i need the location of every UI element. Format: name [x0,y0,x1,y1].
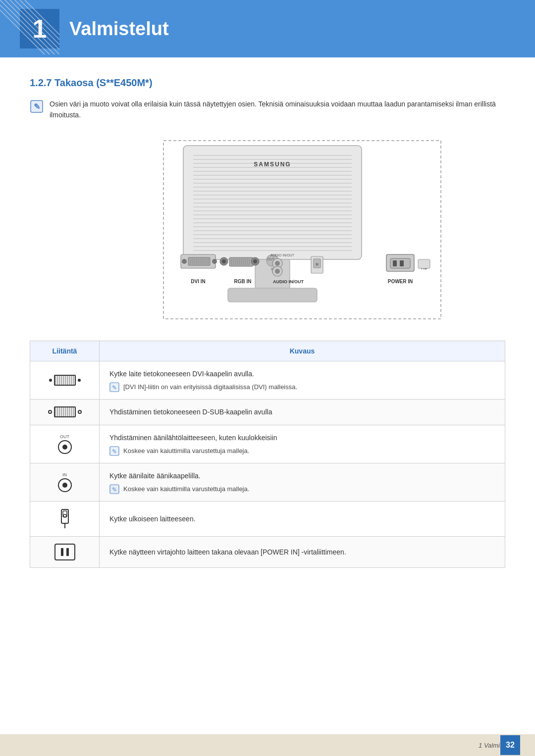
svg-text:DVI IN: DVI IN [191,279,205,284]
svg-text:✎: ✎ [112,486,117,493]
note-inline-text-audio-out: Koskee vain kaiuttimilla varustettuja ma… [123,446,249,456]
icon-cell-audio-out: OUT [30,425,100,463]
power-connector-icon [40,544,89,560]
svg-point-80 [316,263,319,266]
section-heading: 1.2.7 Takaosa (S**E450M*) [30,77,505,89]
icon-cell-dvi [30,361,100,399]
desc-cell-power: Kytke näytteen virtajohto laitteen takan… [100,537,505,568]
chapter-banner: 1 Valmistelut [0,0,535,57]
svg-text:✎: ✎ [112,384,117,391]
desc-cell-audio-out: Yhdistäminen äänilähtölaitteeseen, kuten… [100,425,505,463]
desc-cell-usb: Kytke ulkoiseen laitteeseen. [100,502,505,537]
note-inline-icon-audio-in: ✎ [109,484,119,494]
svg-rect-40 [228,288,317,302]
table-header-description: Kuvaus [100,341,505,361]
dvi-connector-icon [40,375,89,386]
icon-cell-audio-in: IN [30,463,100,501]
desc-text-dvi: Kytke laite tietokoneeseen DVI-kaapelin … [109,368,495,379]
svg-point-55 [212,259,217,264]
note-icon: ✎ [30,100,44,113]
table-row: Yhdistäminen tietokoneeseen D-SUB-kaapel… [30,400,505,425]
main-content: 1.2.7 Takaosa (S**E450M*) ✎ Osien väri j… [0,57,535,588]
note-text: Osien väri ja muoto voivat olla erilaisi… [50,99,505,121]
svg-rect-86 [418,259,430,268]
svg-text:✎: ✎ [112,448,117,455]
svg-rect-100 [61,509,68,523]
audio-out-icon: OUT [40,434,89,454]
diagram-container: SAMSUNG [30,136,505,326]
desc-text-audio-in: Kytke äänilaite äänikaapelilla. [109,470,495,481]
table-row: IN Kytke äänilaite äänikaapelilla. ✎ Kos… [30,463,505,501]
svg-text:RGB IN: RGB IN [234,279,252,284]
icon-cell-usb [30,502,100,537]
desc-text-vga: Yhdistäminen tietokoneeseen D-SUB-kaapel… [109,406,495,417]
desc-cell-dvi: Kytke laite tietokoneeseen DVI-kaapelin … [100,361,505,399]
note-inline-icon-audio-out: ✎ [109,446,119,456]
footer-page-number: 32 [500,735,520,755]
icon-cell-power [30,537,100,568]
svg-point-43 [182,259,187,264]
page-footer: 1 Valmistelut 32 [0,734,535,756]
svg-text:AUDIO IN/OUT: AUDIO IN/OUT [273,279,304,284]
note-inline-text-audio-in: Koskee vain kaiuttimilla varustettuja ma… [123,484,249,494]
note-inline-audio-in: ✎ Koskee vain kaiuttimilla varustettuja … [109,484,495,494]
note-box: ✎ Osien väri ja muoto voivat olla erilai… [30,99,505,121]
note-inline-audio-out: ✎ Koskee vain kaiuttimilla varustettuja … [109,446,495,456]
icon-cell-vga [30,400,100,425]
table-row: Kytke ulkoiseen laitteeseen. [30,502,505,537]
note-inline-icon-dvi: ✎ [109,382,119,392]
desc-cell-vga: Yhdistäminen tietokoneeseen D-SUB-kaapel… [100,400,505,425]
table-row: Kytke laite tietokoneeseen DVI-kaapelin … [30,361,505,399]
svg-text:AUDIO IN/OUT: AUDIO IN/OUT [270,253,295,257]
svg-point-77 [275,269,280,274]
svg-text:SAMSUNG: SAMSUNG [254,161,291,168]
svg-rect-44 [188,257,210,265]
svg-rect-84 [400,260,404,266]
svg-text:✎: ✎ [34,102,40,111]
connector-table: Liitäntä Kuvaus Kytke laite tietokoneese… [30,341,505,568]
table-row: Kytke näytteen virtajohto laitteen takan… [30,537,505,568]
chapter-number: 1 [20,9,59,49]
note-inline-dvi: ✎ [DVI IN]-liitin on vain erityisissä di… [109,382,495,392]
table-row: OUT Yhdistäminen äänilähtölaitteeseen, k… [30,425,505,463]
table-header-connector: Liitäntä [30,341,100,361]
monitor-diagram: SAMSUNG [84,136,451,324]
kensington-icon [40,508,89,529]
svg-point-74 [275,261,280,266]
svg-point-70 [253,259,257,263]
note-inline-text-dvi: [DVI IN]-liitin on vain erityisissä digi… [123,382,297,392]
desc-text-audio-out: Yhdistäminen äänilähtölaitteeseen, kuten… [109,432,495,443]
chapter-title: Valmistelut [69,18,169,40]
diagram-wrapper: SAMSUNG [84,136,451,326]
desc-cell-audio-in: Kytke äänilaite äänikaapelilla. ✎ Koskee… [100,463,505,501]
svg-rect-83 [393,260,397,266]
vga-connector-icon [40,406,89,417]
svg-point-57 [222,259,226,263]
audio-in-icon: IN [40,472,89,492]
desc-text-usb: Kytke ulkoiseen laitteeseen. [109,513,495,524]
desc-text-power: Kytke näytteen virtajohto laitteen takan… [109,547,495,557]
svg-text:POWER IN: POWER IN [388,279,413,284]
